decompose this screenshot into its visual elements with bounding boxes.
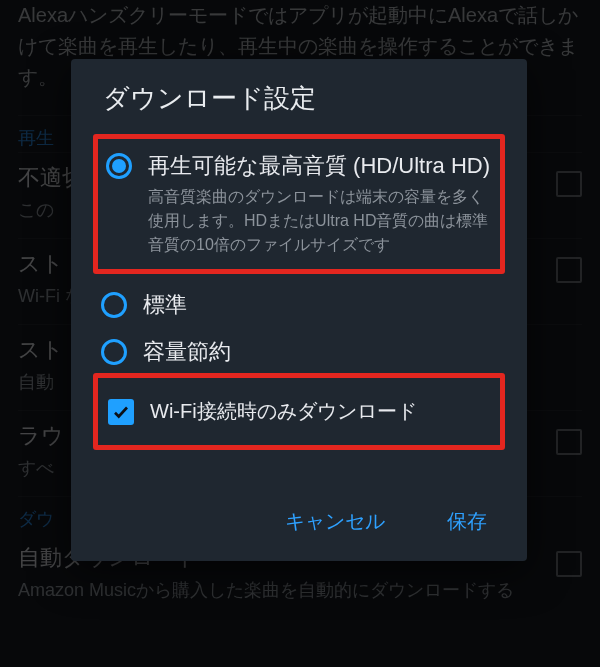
checkbox-wifi-only[interactable]: Wi-Fi接続時のみダウンロード [104,384,494,439]
radio-icon [101,339,127,365]
radio-text: 容量節約 [143,337,497,367]
radio-text: 再生可能な最高音質 (HD/Ultra HD) 高音質楽曲のダウンロードは端末の… [148,151,492,257]
annotation-highlight: 再生可能な最高音質 (HD/Ultra HD) 高音質楽曲のダウンロードは端末の… [93,134,505,274]
radio-option-best-quality[interactable]: 再生可能な最高音質 (HD/Ultra HD) 高音質楽曲のダウンロードは端末の… [104,145,494,263]
radio-text: 標準 [143,290,497,320]
dialog-actions: キャンセル 保存 [99,490,499,561]
annotation-highlight: Wi-Fi接続時のみダウンロード [93,373,505,450]
radio-label: 標準 [143,290,497,320]
save-button[interactable]: 保存 [439,504,495,539]
radio-icon [101,292,127,318]
radio-option-standard[interactable]: 標準 [99,284,499,326]
checkbox-label: Wi-Fi接続時のみダウンロード [150,398,417,425]
radio-sublabel: 高音質楽曲のダウンロードは端末の容量を多く使用します。HDまたはUltra HD… [148,185,492,257]
dialog-title: ダウンロード設定 [103,81,499,116]
radio-label: 再生可能な最高音質 (HD/Ultra HD) [148,151,492,181]
radio-option-data-saver[interactable]: 容量節約 [99,331,499,373]
check-icon [112,403,130,421]
radio-icon [106,153,132,179]
quality-options: 再生可能な最高音質 (HD/Ultra HD) 高音質楽曲のダウンロードは端末の… [99,134,499,460]
cancel-button[interactable]: キャンセル [277,504,393,539]
radio-label: 容量節約 [143,337,497,367]
checkbox-icon [108,399,134,425]
download-settings-dialog: ダウンロード設定 再生可能な最高音質 (HD/Ultra HD) 高音質楽曲のダ… [71,59,527,561]
